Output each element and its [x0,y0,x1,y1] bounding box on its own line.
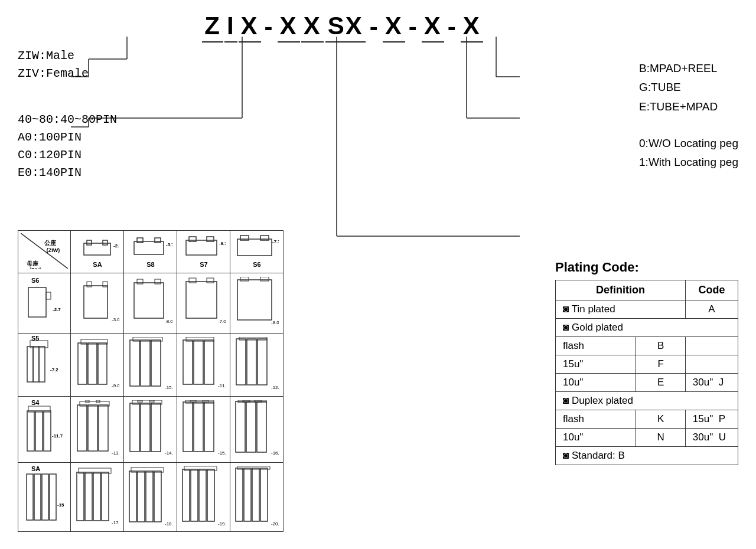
sep2: - [367,13,382,43]
cell-S4-S7: -15.0 [177,397,230,463]
char-X2: X [278,12,300,43]
svg-text:-2.7: -2.7 [113,243,119,249]
s6-header-svg: S6 -7.7 [234,234,279,270]
gold-plated-header-cell: ◙ Gold plated [556,319,738,337]
s5-sa-svg: -9.0 [75,337,119,393]
duplex-10u-cell: 10u" [556,429,636,447]
svg-rect-140 [207,469,214,521]
svg-text:-8.0: -8.0 [165,319,172,324]
header-S6: S6 -7.7 [230,231,284,273]
svg-rect-26 [155,238,161,243]
header-S7: S7 -6.7 [177,231,230,273]
pin-c0: C0:120PIN [18,146,117,164]
svg-rect-121 [42,474,48,520]
svg-text:-15.0: -15.0 [165,385,172,390]
svg-rect-146 [260,468,268,521]
row-S5: S5 -7.2 -9.0 [18,334,284,397]
svg-text:SA: SA [93,261,102,268]
gold-e-cell: E [636,374,685,392]
svg-rect-139 [199,469,206,521]
svg-rect-71 [141,340,150,386]
s4-label-svg: S4 -11.7 [25,399,64,458]
svg-rect-105 [183,402,193,452]
pin-40-80: 40~80:40~80PIN [18,111,117,129]
svg-rect-51 [186,282,217,318]
tin-plated-cell: ◙ Tin plated [556,300,686,319]
svg-rect-31 [207,237,214,241]
svg-text:S7: S7 [200,261,207,268]
cell-S6-S8: -8.0 [124,273,177,334]
svg-text:S6: S6 [31,277,39,284]
duplex-15u-right: 15u" P [685,410,738,429]
cell-S4-S8: -14.0 [124,397,177,463]
char-X6: X [461,12,483,43]
svg-rect-80 [236,339,246,385]
locating-1: 1:With Locating peg [639,153,738,172]
svg-text:(ZIV): (ZIV) [30,267,41,269]
char-X4: X [383,12,405,43]
svg-text:-19.0: -19.0 [218,521,226,527]
svg-rect-92 [88,405,97,451]
locating-codes: 0:W/O Locating peg 1:With Locating peg [639,134,738,172]
cell-S4-SA: -13.0 [71,397,124,463]
pin-e0: E0:140PIN [18,164,117,182]
svg-rect-53 [207,278,214,283]
duplex-30u-right: 30u" U [685,429,738,447]
svg-rect-120 [34,474,41,520]
sep1: - [262,13,276,43]
svg-rect-138 [191,469,198,521]
svg-rect-86 [35,411,43,451]
s6-sa-svg: -3.0 [75,277,119,330]
svg-text:-15.7: -15.7 [57,502,64,508]
duplex-10u-row: 10u" N 30u" U [556,429,738,447]
plating-header-row: Definition Code [556,280,738,300]
duplex-flash-cell: flash [556,410,636,429]
svg-text:-12.0: -12.0 [271,385,279,390]
svg-rect-56 [240,277,249,281]
svg-rect-65 [78,343,87,384]
s8-header-svg: S8 -3.7 [128,234,172,270]
row-label-S5: S5 -7.2 [18,334,71,397]
char-Z: Z [202,12,223,43]
cell-S5-S7: -11.0 [177,334,230,397]
diagonal-line-svg: 公座 (ZIW) 母座 (ZIV) [21,233,68,269]
svg-rect-100 [151,403,161,452]
s5-label-svg: S5 -7.2 [25,336,64,392]
right-annotations: B:MPAD+REEL G:TUBE E:TUBE+MPAD 0:W/O Loc… [639,59,738,195]
svg-rect-43 [84,286,107,318]
svg-rect-75 [183,340,193,384]
gold-flash-cell: flash [556,337,636,355]
svg-rect-93 [99,405,108,451]
corner-cell: 公座 (ZIW) 母座 (ZIV) [18,231,71,273]
s5-s7-svg: -11.0 [181,337,226,393]
standard-cell: ◙ Standard: B [556,447,738,465]
svg-rect-34 [237,239,272,256]
plating-code-table: Definition Code ◙ Tin plated A ◙ Gold pl… [555,280,738,465]
svg-rect-48 [137,279,143,284]
packaging-g: G:TUBE [639,78,738,97]
svg-rect-87 [44,411,51,451]
svg-text:-11.0: -11.0 [218,383,226,388]
code-header: Code [685,280,738,300]
table-header: 公座 (ZIW) 母座 (ZIV) SA - [18,231,284,273]
gold-details-row: 15u" F [556,355,738,374]
svg-rect-127 [93,472,100,521]
char-I: I [224,12,237,43]
svg-rect-20 [87,240,92,245]
svg-rect-113 [246,401,256,452]
svg-rect-21 [103,240,107,245]
s6-s6-svg: -8.0 [234,277,279,330]
svg-rect-114 [257,401,266,452]
s4-sa-svg: -13.0 [75,400,119,459]
sa-s6-svg: -20.0 [234,466,279,528]
svg-rect-143 [236,468,243,521]
duplex-flash-row: flash K 15u" P [556,410,738,429]
svg-rect-144 [244,468,251,521]
sa-label-svg: SA -15.7 [25,465,64,527]
svg-text:-2.7: -2.7 [53,307,61,312]
cell-S5-S6: -12.0 [230,334,284,397]
plating-table-proper: Plating Code: Definition Code ◙ Tin plat… [555,260,738,465]
gender-female: ZIV:Female [18,65,117,83]
sa-header-svg: SA -2.7 [75,234,119,270]
cell-SA-S6: -20.0 [230,463,284,532]
